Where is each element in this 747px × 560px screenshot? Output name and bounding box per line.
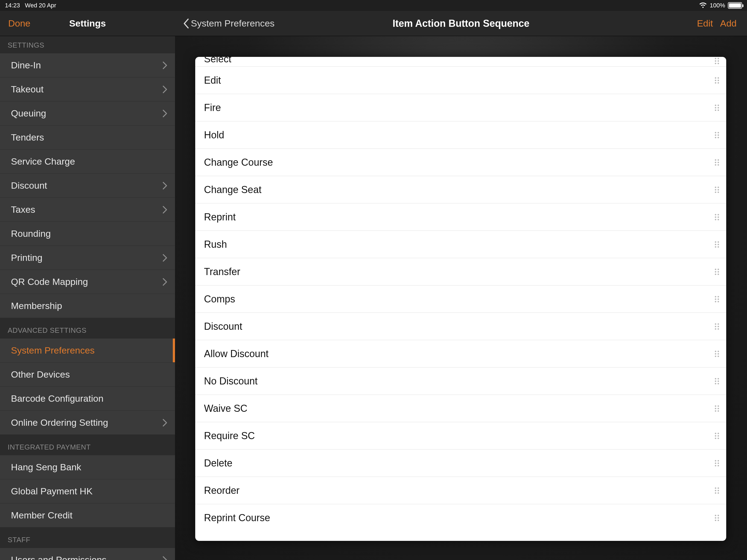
action-row[interactable]: Comps xyxy=(195,285,726,313)
drag-handle-icon[interactable] xyxy=(714,159,720,166)
action-row[interactable]: Reprint xyxy=(195,203,726,231)
sidebar-section-header: STAFF xyxy=(0,528,175,548)
drag-handle-icon[interactable] xyxy=(714,57,720,65)
svg-point-43 xyxy=(718,241,719,243)
drag-handle-icon[interactable] xyxy=(714,268,720,276)
action-row[interactable]: Delete xyxy=(195,450,726,477)
svg-point-88 xyxy=(715,437,716,439)
svg-point-35 xyxy=(718,192,719,193)
sidebar-item[interactable]: Tenders xyxy=(0,126,175,150)
sidebar-item[interactable]: Dine-In xyxy=(0,53,175,77)
sidebar-item[interactable]: Membership xyxy=(0,294,175,318)
svg-point-63 xyxy=(718,326,719,327)
sidebar-item-label: QR Code Mapping xyxy=(11,276,88,287)
sidebar-item-label: Dine-In xyxy=(11,60,41,71)
sidebar-item[interactable]: Printing xyxy=(0,246,175,270)
chevron-right-icon xyxy=(162,278,168,286)
drag-handle-icon[interactable] xyxy=(714,377,720,385)
sidebar-item[interactable]: Users and Permissions xyxy=(0,548,175,560)
chevron-right-icon xyxy=(162,85,168,94)
done-button[interactable]: Done xyxy=(8,18,30,29)
chevron-right-icon xyxy=(162,109,168,118)
sidebar-item[interactable]: Global Payment HK xyxy=(0,479,175,503)
action-row[interactable]: Edit xyxy=(195,67,726,94)
drag-handle-icon[interactable] xyxy=(714,104,720,111)
sidebar-item[interactable]: Takeout xyxy=(0,77,175,101)
drag-handle-icon[interactable] xyxy=(714,186,720,194)
action-row[interactable]: Change Course xyxy=(195,149,726,176)
drag-handle-icon[interactable] xyxy=(714,459,720,467)
sidebar-item[interactable]: System Preferences xyxy=(0,338,175,362)
action-row[interactable]: Waive SC xyxy=(195,395,726,422)
action-row[interactable]: Reprint Course xyxy=(195,504,726,532)
action-row[interactable]: Hold xyxy=(195,121,726,149)
drag-handle-icon[interactable] xyxy=(714,405,720,412)
svg-point-72 xyxy=(715,378,716,379)
sidebar-item[interactable]: Rounding xyxy=(0,222,175,246)
drag-handle-icon[interactable] xyxy=(714,432,720,440)
svg-point-24 xyxy=(715,159,716,160)
action-row[interactable]: Discount xyxy=(195,313,726,340)
sidebar-section-header: INTEGRATED PAYMENT xyxy=(0,435,175,455)
action-row[interactable]: Fire xyxy=(195,94,726,121)
action-row[interactable]: Change Seat xyxy=(195,176,726,203)
drag-handle-icon[interactable] xyxy=(714,350,720,358)
drag-handle-icon[interactable] xyxy=(714,77,720,84)
drag-handle-icon[interactable] xyxy=(714,323,720,330)
sidebar-item-label: Hang Seng Bank xyxy=(11,462,81,473)
svg-point-95 xyxy=(718,465,719,466)
sidebar-item[interactable]: Service Charge xyxy=(0,150,175,174)
svg-point-80 xyxy=(715,408,716,409)
svg-point-54 xyxy=(715,296,716,297)
drag-handle-icon[interactable] xyxy=(714,514,720,522)
action-row[interactable]: Reorder xyxy=(195,477,726,504)
drag-handle-icon[interactable] xyxy=(714,295,720,303)
svg-point-41 xyxy=(718,219,719,220)
action-row[interactable]: Select xyxy=(195,57,726,67)
action-row[interactable]: Rush xyxy=(195,231,726,258)
action-row[interactable]: Transfer xyxy=(195,258,726,285)
svg-point-103 xyxy=(718,515,719,516)
svg-point-69 xyxy=(718,353,719,354)
sidebar-item-label: Rounding xyxy=(11,228,51,239)
page-title: Item Action Button Sequence xyxy=(393,18,530,29)
drag-handle-icon[interactable] xyxy=(714,487,720,494)
sidebar-item-label: Barcode Configuration xyxy=(11,393,103,404)
sidebar-item[interactable]: Queuing xyxy=(0,101,175,126)
action-row[interactable]: No Discount xyxy=(195,367,726,395)
svg-point-81 xyxy=(718,408,719,409)
svg-point-85 xyxy=(718,433,719,434)
sidebar-item-label: Tenders xyxy=(11,132,44,143)
action-row[interactable]: Allow Discount xyxy=(195,340,726,367)
svg-point-91 xyxy=(718,460,719,461)
drag-handle-icon[interactable] xyxy=(714,213,720,221)
svg-point-102 xyxy=(715,515,716,516)
status-bar: 14:23 Wed 20 Apr 100% xyxy=(0,0,747,11)
sidebar-item-label: Service Charge xyxy=(11,156,75,167)
svg-point-84 xyxy=(715,433,716,434)
drag-handle-icon[interactable] xyxy=(714,131,720,139)
drag-handle-icon[interactable] xyxy=(714,240,720,248)
svg-point-79 xyxy=(718,405,719,407)
action-row[interactable]: Require SC xyxy=(195,422,726,450)
sidebar-item[interactable]: Taxes xyxy=(0,198,175,222)
action-list-card: SelectEditFireHoldChange CourseChange Se… xyxy=(195,57,726,541)
sidebar-item[interactable]: Online Ordering Setting xyxy=(0,411,175,435)
action-row-label: Rush xyxy=(204,239,227,250)
battery-icon xyxy=(728,2,742,9)
sidebar-item[interactable]: Member Credit xyxy=(0,503,175,528)
sidebar-item[interactable]: QR Code Mapping xyxy=(0,270,175,294)
sidebar-item[interactable]: Barcode Configuration xyxy=(0,387,175,411)
sidebar-item[interactable]: Hang Seng Bank xyxy=(0,455,175,479)
sidebar-item-label: Takeout xyxy=(11,84,44,95)
sidebar-item[interactable]: Other Devices xyxy=(0,362,175,387)
settings-title: Settings xyxy=(69,18,106,29)
svg-point-100 xyxy=(715,492,716,493)
action-row-label: No Discount xyxy=(204,376,258,387)
back-button[interactable]: System Preferences xyxy=(183,18,275,29)
edit-button[interactable]: Edit xyxy=(697,18,713,29)
sidebar-item[interactable]: Discount xyxy=(0,174,175,198)
add-button[interactable]: Add xyxy=(720,18,737,29)
svg-point-17 xyxy=(718,109,719,111)
svg-point-7 xyxy=(718,77,719,78)
